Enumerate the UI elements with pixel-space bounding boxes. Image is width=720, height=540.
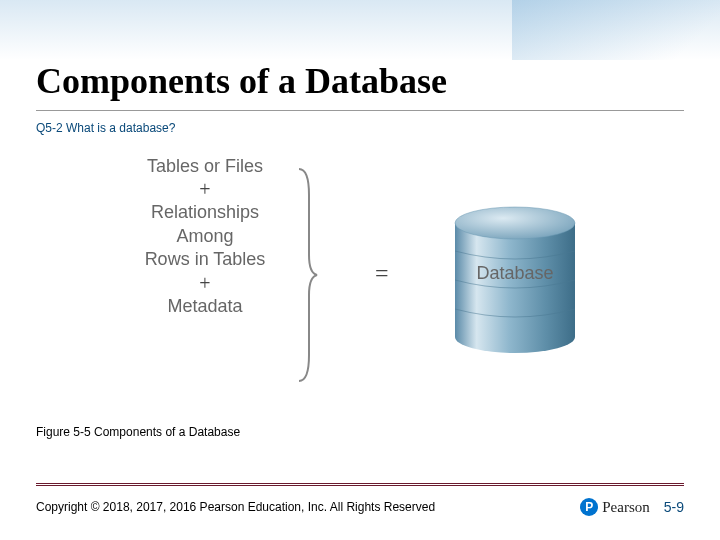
- pearson-logo-text: Pearson: [602, 499, 650, 516]
- plus-icon: +: [120, 178, 290, 201]
- page-number: 5-9: [664, 499, 684, 515]
- equals-icon: =: [375, 260, 389, 287]
- list-item-relationships: Relationships: [120, 201, 290, 224]
- page-subtitle: Q5-2 What is a database?: [36, 121, 684, 135]
- figure-caption: Figure 5-5 Components of a Database: [36, 425, 684, 439]
- pearson-logo: P Pearson: [580, 498, 650, 516]
- database-label: Database: [435, 263, 595, 284]
- svg-point-1: [455, 321, 575, 353]
- list-item-among: Among: [120, 225, 290, 248]
- footer-right: P Pearson 5-9: [580, 498, 684, 516]
- diagram-left-list: Tables or Files + Relationships Among Ro…: [120, 155, 290, 318]
- list-item-rows: Rows in Tables: [120, 248, 290, 271]
- slide-footer: Copyright © 2018, 2017, 2016 Pearson Edu…: [36, 483, 684, 516]
- list-item-tables: Tables or Files: [120, 155, 290, 178]
- svg-point-2: [455, 207, 575, 239]
- slide-body: Components of a Database Q5-2 What is a …: [0, 0, 720, 540]
- plus-icon: +: [120, 272, 290, 295]
- pearson-p-icon: P: [580, 498, 598, 516]
- copyright-text: Copyright © 2018, 2017, 2016 Pearson Edu…: [36, 500, 435, 514]
- components-diagram: Tables or Files + Relationships Among Ro…: [110, 155, 610, 395]
- list-item-metadata: Metadata: [120, 295, 290, 318]
- page-title: Components of a Database: [36, 60, 684, 111]
- brace-icon: [295, 165, 319, 385]
